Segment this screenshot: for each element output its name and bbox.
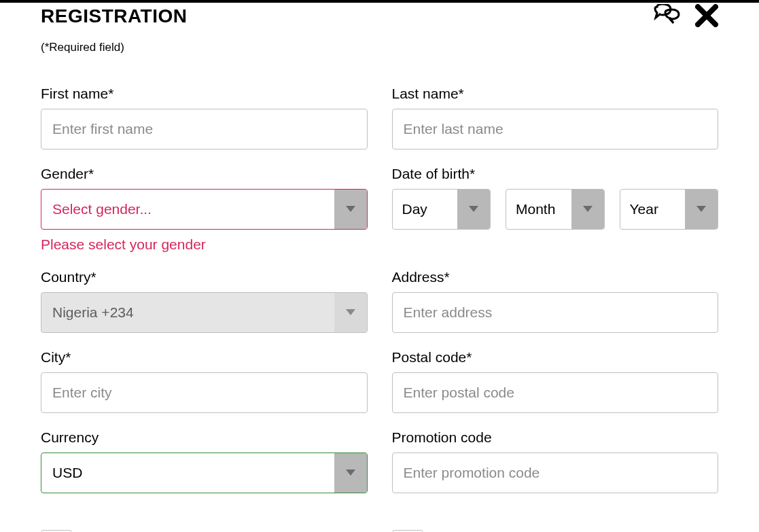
svg-marker-5	[696, 206, 706, 212]
close-icon[interactable]	[695, 4, 718, 27]
svg-marker-7	[346, 469, 355, 476]
last-name-label: Last name*	[392, 86, 719, 102]
dob-year-select[interactable]: Year	[620, 189, 719, 230]
country-value: Nigeria +234	[41, 304, 334, 321]
currency-select[interactable]: USD	[41, 453, 368, 493]
svg-marker-3	[469, 206, 478, 212]
first-name-label: First name*	[41, 86, 368, 102]
address-input[interactable]	[392, 292, 719, 333]
gender-placeholder: Select gender...	[41, 201, 334, 217]
gender-label: Gender*	[41, 166, 368, 182]
postal-label: Postal code*	[392, 349, 719, 366]
city-input[interactable]	[41, 372, 368, 413]
svg-marker-6	[346, 309, 355, 315]
chat-icon[interactable]	[653, 4, 680, 27]
currency-label: Currency	[41, 429, 368, 446]
svg-marker-4	[583, 206, 593, 212]
address-label: Address*	[392, 269, 719, 285]
promo-input[interactable]	[392, 453, 719, 493]
city-label: City*	[41, 349, 368, 366]
chevron-down-icon	[685, 190, 718, 229]
dob-month-value: Month	[506, 201, 571, 217]
dob-day-value: Day	[393, 201, 458, 217]
chevron-down-icon	[334, 190, 367, 229]
gender-select[interactable]: Select gender...	[41, 189, 368, 230]
promo-label: Promotion code	[392, 429, 719, 446]
chevron-down-icon	[334, 453, 367, 493]
dob-label: Date of birth*	[392, 166, 719, 182]
dob-day-select[interactable]: Day	[392, 189, 491, 230]
chevron-down-icon	[571, 190, 604, 229]
dob-year-value: Year	[620, 201, 686, 217]
postal-input[interactable]	[392, 372, 719, 413]
page-title: REGISTRATION	[41, 5, 187, 27]
svg-marker-2	[346, 206, 355, 212]
dob-month-select[interactable]: Month	[506, 189, 605, 230]
currency-value: USD	[41, 465, 334, 481]
chevron-down-icon	[334, 293, 367, 332]
last-name-input[interactable]	[392, 109, 719, 149]
gender-error: Please select your gender	[41, 236, 368, 253]
country-label: Country*	[41, 269, 368, 285]
country-select[interactable]: Nigeria +234	[41, 292, 368, 333]
first-name-input[interactable]	[41, 109, 368, 149]
chevron-down-icon	[457, 190, 490, 229]
required-note: (*Required field)	[41, 41, 718, 54]
